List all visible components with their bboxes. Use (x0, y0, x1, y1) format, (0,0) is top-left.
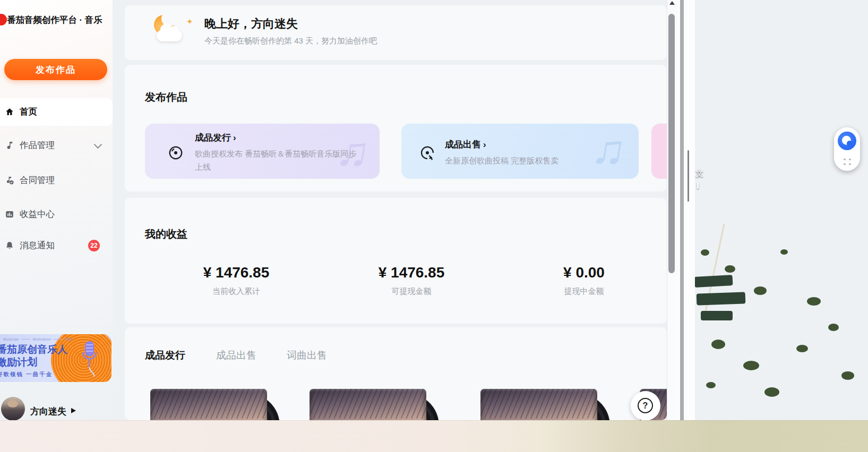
app-window: 番茄音频创作平台 · 音乐 发布作品 首页 作品管理 合同管理 (0, 0, 677, 420)
user-name[interactable]: 方向迷失 (30, 405, 66, 418)
contract-note-icon (5, 176, 14, 185)
card-title: 成品发行 (195, 132, 236, 144)
home-icon (5, 107, 14, 117)
sidebar-item-contracts[interactable]: 合同管理 (0, 167, 113, 194)
sidebar: 番茄音频创作平台 · 音乐 发布作品 首页 作品管理 合同管理 (0, 0, 113, 420)
sidebar-item-home[interactable]: 首页 (0, 98, 113, 126)
taskbar (0, 420, 868, 452)
card-finished-sale[interactable]: 成品出售 全新原创歌曲投稿 完整版权售卖 (401, 124, 639, 179)
card-description: 歌曲授权发布 番茄畅听＆番茄畅听音乐版同步上线 (195, 147, 360, 173)
banner-tagline-en: Musician Motivation Plan (3, 337, 73, 341)
earnings-stat: ¥ 0.00 提现中金额 (488, 264, 680, 297)
stat-label: 当前收入累计 (141, 286, 332, 297)
card-description: 全新原创歌曲投稿 完整版权售卖 (445, 154, 625, 167)
card-finished-release[interactable]: 成品发行 歌曲授权发布 番茄畅听＆番茄畅听音乐版同步上线 (145, 124, 380, 179)
wallpaper-pond (701, 311, 733, 320)
earnings-stat: ¥ 1476.85 可提现金额 (316, 264, 507, 297)
album-cover[interactable] (480, 389, 597, 420)
publish-section-panel: 发布作品 成品发行 歌曲授权发布 番茄畅听＆番茄畅听音乐版同步上线 成品出售 全… (125, 65, 667, 192)
sidebar-item-earnings[interactable]: 收益中心 (0, 201, 113, 228)
desktop-icon-label[interactable]: 文 (695, 169, 703, 179)
bar-chart-icon (5, 210, 14, 219)
microphone-illustration (79, 340, 101, 382)
banner-slogan: 好歌领钱 一曲千金 (0, 371, 53, 378)
sidebar-item-label: 作品管理 (20, 140, 55, 151)
user-avatar[interactable] (1, 397, 25, 421)
wallpaper-pond (697, 292, 746, 305)
sidebar-item-label: 合同管理 (20, 175, 55, 186)
sidebar-item-notifications[interactable]: 消息通知 22 (0, 232, 113, 259)
screen: 文 番茄音频创作平台 · 音乐 发布作品 首页 作品管理 (0, 0, 868, 452)
earnings-heading: 我的收益 (145, 227, 187, 241)
quark-logo-icon[interactable] (838, 132, 856, 150)
scrollbar-up-arrow[interactable] (669, 1, 675, 5)
card-title: 成品出售 (445, 138, 486, 151)
tab-finished-sale[interactable]: 成品出售 (216, 349, 256, 362)
sidebar-item-label: 消息通知 (20, 240, 55, 251)
banner-title-line1: 番茄原创音乐人 (0, 343, 67, 357)
publish-section-heading: 发布作品 (145, 90, 187, 105)
banner-title-line2: 激励计划 (0, 355, 37, 369)
quark-floating-widget[interactable] (834, 127, 860, 171)
wallpaper-pond (694, 275, 733, 288)
stat-label: 提现中金额 (488, 286, 680, 297)
sidebar-item-label: 首页 (20, 106, 37, 118)
app-logo-text: 番茄音频创作平台 · 音乐 (7, 14, 102, 26)
greeting-title: 晚上好，方向迷失 (204, 16, 298, 32)
earnings-panel: 我的收益 ¥ 1476.85 当前收入累计 ¥ 1476.85 可提现金额 ¥ … (125, 198, 667, 324)
tab-finished-release[interactable]: 成品发行 (145, 349, 185, 362)
stat-value: ¥ 0.00 (488, 264, 680, 281)
greeting-panel: 晚上好，方向迷失 今天是你在畅听创作的第 43 天，努力加油创作吧 (125, 5, 667, 60)
sidebar-item-label: 收益中心 (20, 208, 55, 220)
notification-badge: 22 (88, 240, 100, 251)
cloud-icon (157, 30, 182, 41)
earnings-stat: ¥ 1476.85 当前收入累计 (141, 264, 332, 297)
sidebar-item-works[interactable]: 作品管理 (0, 132, 113, 159)
help-button[interactable]: ? (631, 391, 660, 421)
vinyl-sell-icon (419, 145, 435, 163)
stat-label: 可提现金额 (316, 286, 507, 297)
page-scrollbar-handle[interactable] (668, 14, 675, 273)
desktop-wallpaper (674, 0, 868, 452)
chevron-down-icon[interactable] (94, 140, 102, 149)
desktop-icon-label-fragment (697, 182, 699, 189)
question-mark-icon: ? (638, 398, 653, 413)
music-note-icon (5, 141, 14, 150)
greeting-subtitle: 今天是你在畅听创作的第 43 天，努力加油创作吧 (204, 36, 377, 46)
bell-icon (5, 241, 14, 250)
works-panel: 成品发行 成品出售 词曲出售 (125, 327, 667, 420)
vinyl-record-icon (168, 145, 184, 163)
tab-lyrics-sale[interactable]: 词曲出售 (287, 349, 327, 362)
publish-work-button[interactable]: 发布作品 (4, 59, 107, 80)
background-window-scrollbar-handle[interactable] (687, 150, 689, 202)
musician-incentive-banner[interactable]: Musician Motivation Plan 番茄原创音乐人 激励计划 好歌… (0, 334, 111, 382)
music-note-watermark (588, 124, 630, 178)
stat-value: ¥ 1476.85 (316, 264, 507, 281)
album-cover[interactable] (150, 389, 267, 420)
card-lyrics-sale-partial[interactable] (651, 124, 667, 179)
brand-logo-icon (0, 14, 7, 25)
user-menu-arrow-icon[interactable] (71, 408, 76, 413)
album-cover[interactable] (310, 389, 426, 420)
drag-dots-icon[interactable] (842, 157, 852, 165)
background-window-scrollbar[interactable] (680, 0, 684, 420)
stat-value: ¥ 1476.85 (141, 264, 332, 281)
sparkle-icon (186, 17, 193, 27)
